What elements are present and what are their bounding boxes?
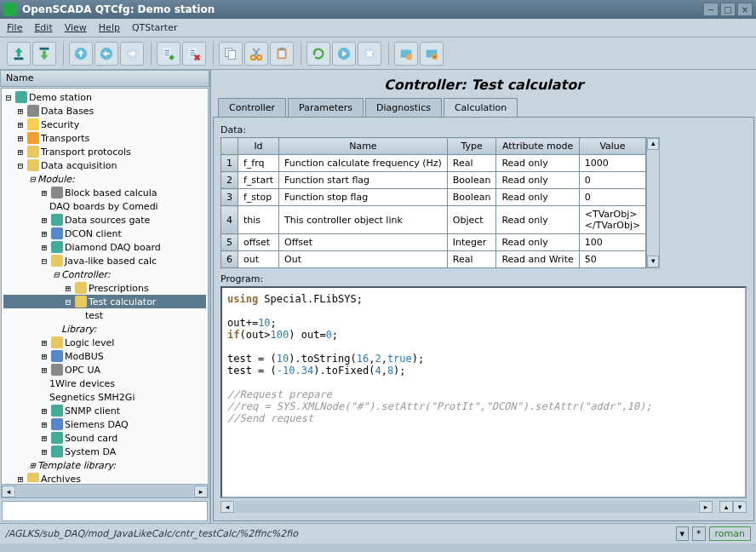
tree-toggle-icon[interactable]: ⊟ — [27, 174, 37, 185]
tree-toggle-icon[interactable]: ⊞ — [39, 242, 49, 253]
scroll-right-icon[interactable]: ▸ — [194, 486, 208, 497]
tree-toggle-icon[interactable]: ⊞ — [15, 474, 26, 483]
tree-toggle-icon[interactable]: ⊞ — [39, 228, 49, 239]
scroll-up-icon[interactable]: ▴ — [719, 501, 733, 513]
tree-item[interactable]: test — [3, 308, 206, 322]
scroll-up-icon[interactable]: ▴ — [647, 138, 659, 150]
tree-toggle-icon[interactable]: ⊟ — [39, 256, 49, 267]
search-input[interactable] — [2, 501, 208, 521]
save-icon[interactable] — [32, 42, 56, 66]
tree-item[interactable]: ⊟Module: — [3, 172, 206, 186]
table-row[interactable]: 2f_startFunction start flagBooleanRead o… — [221, 172, 646, 189]
table-row[interactable]: 3f_stopFunction stop flagBooleanRead onl… — [221, 189, 646, 206]
cell[interactable]: Boolean — [447, 189, 496, 206]
cell[interactable]: Function start flag — [279, 172, 448, 189]
table-vscroll[interactable]: ▴ ▾ — [646, 137, 660, 268]
scroll-right-icon[interactable]: ▸ — [699, 501, 713, 513]
col-header[interactable]: Attribute mode — [496, 138, 579, 155]
tree-item[interactable]: ⊟Java-like based calc — [3, 254, 206, 267]
menu-qtstarter[interactable]: QTStarter — [132, 22, 178, 33]
tree-toggle-icon[interactable]: ⊞ — [39, 351, 49, 362]
tree-item[interactable]: ⊟Controller: — [3, 267, 206, 281]
table-row[interactable]: 4thisThis controller object linkObjectRe… — [221, 206, 646, 234]
tree-toggle-icon[interactable]: ⊞ — [39, 446, 49, 457]
cell[interactable]: Read and Write — [496, 251, 579, 268]
tree-toggle-icon[interactable]: ⊞ — [39, 365, 49, 376]
tree-item[interactable]: ⊞Data Bases — [3, 104, 206, 118]
tree-item[interactable]: ⊞Sound card — [3, 431, 206, 445]
cell[interactable]: <TVarObj></TVarObj> — [579, 206, 646, 234]
cell[interactable]: This controller object link — [279, 206, 448, 234]
config-1-icon[interactable] — [394, 42, 418, 66]
tree-item[interactable]: ⊟Data acquisition — [3, 158, 206, 172]
col-header[interactable]: Name — [279, 138, 448, 155]
maximize-button[interactable]: □ — [720, 3, 736, 16]
table-row[interactable]: 6outOutRealRead and Write50 — [221, 251, 646, 268]
cell[interactable]: Boolean — [447, 172, 496, 189]
cell[interactable]: Read only — [496, 206, 579, 234]
cell[interactable]: Integer — [447, 234, 496, 251]
scroll-down-icon[interactable]: ▾ — [647, 256, 659, 267]
table-row[interactable]: 5offsetOffsetIntegerRead only100 — [221, 234, 646, 251]
cell[interactable]: Offset — [279, 234, 448, 251]
tree-item[interactable]: ⊞Transports — [3, 131, 206, 145]
paste-icon[interactable] — [270, 42, 294, 66]
tree-item[interactable]: ⊞Template library: — [3, 458, 206, 472]
tree-item[interactable]: ⊞ModBUS — [3, 349, 206, 363]
cell[interactable]: this — [238, 206, 279, 234]
tree-toggle-icon[interactable]: ⊟ — [3, 92, 14, 103]
remove-item-icon[interactable] — [182, 42, 206, 66]
cell[interactable]: Object — [447, 206, 496, 234]
program-editor[interactable]: using Special.FLibSYS; out+=10; if(out>1… — [220, 286, 747, 498]
tree-toggle-icon[interactable]: ⊞ — [15, 119, 26, 130]
tree-item[interactable]: DAQ boards by Comedi — [3, 199, 206, 213]
cell[interactable]: 0 — [579, 172, 646, 189]
cell[interactable]: 50 — [579, 251, 646, 268]
refresh-icon[interactable] — [306, 42, 330, 66]
nav-tree[interactable]: ⊟Demo station⊞Data Bases⊞Security⊞Transp… — [2, 89, 208, 482]
table-row[interactable]: 1f_frqFunction calculate frequency (Hz)R… — [221, 155, 646, 172]
content-hscroll[interactable]: ◂ ▸ ▴ ▾ — [220, 500, 747, 514]
copy-icon[interactable] — [219, 42, 243, 66]
tree-item[interactable]: ⊞Prescriptions — [3, 281, 206, 295]
col-header[interactable]: Value — [579, 138, 646, 155]
tree-item[interactable]: ⊞System DA — [3, 445, 206, 458]
tree-item[interactable]: ⊞Security — [3, 118, 206, 131]
tree-item[interactable]: ⊞Diamond DAQ board — [3, 240, 206, 254]
tree-item[interactable]: Library: — [3, 322, 206, 336]
tree-item[interactable]: ⊞SNMP client — [3, 404, 206, 417]
cut-icon[interactable] — [244, 42, 268, 66]
tree-toggle-icon[interactable]: ⊞ — [63, 283, 73, 294]
cell[interactable]: Read only — [496, 234, 579, 251]
tree-item[interactable]: ⊟Demo station — [3, 90, 206, 104]
scroll-left-icon[interactable]: ◂ — [2, 486, 15, 497]
tree-header[interactable]: Name — [0, 70, 209, 87]
tree-toggle-icon[interactable]: ⊞ — [15, 106, 26, 117]
tree-item[interactable]: ⊞Siemens DAQ — [3, 417, 206, 431]
scroll-down-icon[interactable]: ▾ — [733, 501, 747, 513]
tree-item[interactable]: ⊟Test calculator — [3, 295, 206, 308]
tree-hscroll[interactable]: ◂ ▸ — [2, 484, 208, 497]
cell[interactable]: Real — [447, 251, 496, 268]
cell[interactable]: f_stop — [238, 189, 279, 206]
col-header[interactable]: Type — [447, 138, 496, 155]
tree-item[interactable]: ⊞Block based calcula — [3, 186, 206, 199]
tree-item[interactable]: ⊞Archives — [3, 472, 206, 482]
minimize-button[interactable]: − — [703, 3, 719, 16]
tree-item[interactable]: ⊞DCON client — [3, 227, 206, 240]
tree-toggle-icon[interactable]: ⊞ — [15, 147, 26, 158]
cell[interactable]: 0 — [579, 189, 646, 206]
tree-toggle-icon[interactable]: ⊞ — [27, 460, 37, 471]
cell[interactable]: Read only — [496, 172, 579, 189]
cell[interactable]: Function stop flag — [279, 189, 448, 206]
cell[interactable]: Function calculate frequency (Hz) — [279, 155, 448, 172]
tree-toggle-icon[interactable]: ⊟ — [63, 296, 73, 308]
cell[interactable]: Read only — [496, 155, 579, 172]
menu-view[interactable]: View — [65, 22, 87, 33]
tree-toggle-icon[interactable]: ⊟ — [15, 160, 26, 171]
close-button[interactable]: × — [737, 3, 753, 16]
status-dropdown[interactable]: ▾ — [676, 526, 690, 541]
config-2-icon[interactable] — [420, 42, 444, 66]
tree-item[interactable]: ⊞Transport protocols — [3, 145, 206, 158]
tab-controller[interactable]: Controller — [218, 98, 286, 117]
